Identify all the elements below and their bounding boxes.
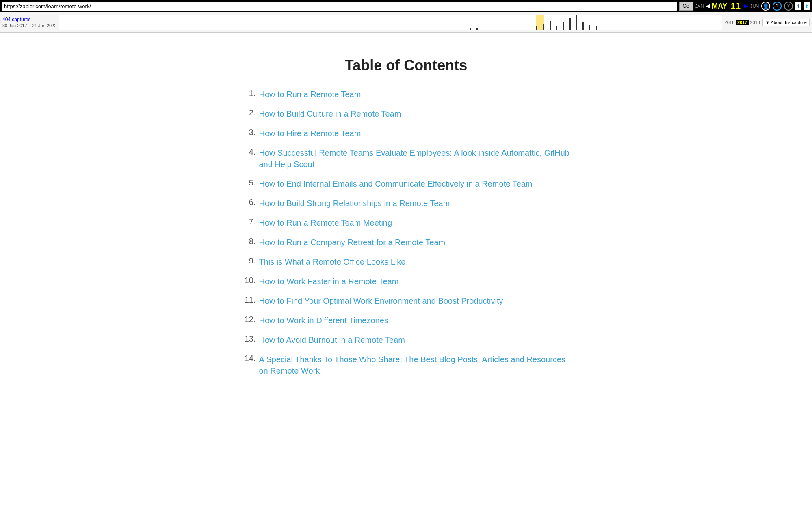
toc-item: 4.How Successful Remote Teams Evaluate E… <box>240 147 573 170</box>
user-icon[interactable]: 👤 <box>761 2 770 11</box>
timeline-bar-2 <box>543 24 544 30</box>
next-year: 2018 <box>750 20 760 25</box>
toc-item: 13.How to Avoid Burnout in a Remote Team <box>240 334 573 346</box>
prev-month-arrow[interactable]: ◄ <box>704 2 711 10</box>
toc-item-number: 6. <box>240 198 256 207</box>
toc-item: 3.How to Hire a Remote Team <box>240 128 573 139</box>
year-labels: 2016 2017 2018 <box>725 20 760 25</box>
toc-item-link[interactable]: How to Avoid Burnout in a Remote Team <box>259 334 405 346</box>
toc-item: 5.How to End Internal Emails and Communi… <box>240 178 573 189</box>
timeline-bar-10 <box>596 26 597 30</box>
close-icon[interactable]: ✕ <box>784 2 793 11</box>
toc-item-number: 11. <box>240 295 256 305</box>
toc-item-number: 5. <box>240 178 256 187</box>
timeline-bar-9 <box>589 25 590 30</box>
toc-item-number: 13. <box>240 334 256 344</box>
toc-item-link[interactable]: This is What a Remote Office Looks Like <box>259 256 406 268</box>
timeline-bar-8 <box>582 22 584 30</box>
toc-item-link[interactable]: How Successful Remote Teams Evaluate Emp… <box>259 147 573 170</box>
captures-link[interactable]: 404 captures <box>2 17 56 22</box>
toc-item-link[interactable]: How to Work Faster in a Remote Team <box>259 276 399 287</box>
main-content: Table of Contents 1.How to Run a Remote … <box>223 57 589 377</box>
toc-item: 9.This is What a Remote Office Looks Lik… <box>240 256 573 268</box>
toc-item: 7.How to Run a Remote Team Meeting <box>240 217 573 229</box>
toc-item: 1.How to Run a Remote Team <box>240 89 573 100</box>
toc-item-number: 7. <box>240 217 256 226</box>
page-title: Table of Contents <box>240 57 573 74</box>
timeline <box>59 15 722 30</box>
url-input[interactable] <box>2 2 677 11</box>
timeline-bar-11 <box>470 28 471 30</box>
toc-item-link[interactable]: How to Build Culture in a Remote Team <box>259 108 401 120</box>
toc-item-link[interactable]: How to Find Your Optimal Work Environmen… <box>259 295 503 307</box>
toc-item: 8.How to Run a Company Retreat for a Rem… <box>240 237 573 248</box>
current-month-label: MAY <box>712 2 727 11</box>
toc-item-number: 14. <box>240 354 256 363</box>
facebook-icon[interactable]: f <box>795 2 801 10</box>
toc-item: 14.A Special Thanks To Those Who Share: … <box>240 354 573 377</box>
go-button[interactable]: Go <box>679 2 693 11</box>
next-month-arrow[interactable]: ► <box>743 2 749 10</box>
toc-item: 10.How to Work Faster in a Remote Team <box>240 276 573 287</box>
toc-item-number: 3. <box>240 128 256 137</box>
current-day: 11 <box>731 2 741 11</box>
toc-item-number: 1. <box>240 89 256 98</box>
toc-item-link[interactable]: How to Run a Company Retreat for a Remot… <box>259 237 446 248</box>
toc-item-number: 8. <box>240 237 256 246</box>
toc-item-link[interactable]: How to Work in Different Timezones <box>259 315 388 326</box>
month-nav: JAN ◄ MAY 11 ► JUN <box>695 2 759 11</box>
next-month-label: JUN <box>750 4 759 9</box>
current-year: 2017 <box>736 20 748 25</box>
timeline-bar-5 <box>563 22 564 30</box>
toc-item-link[interactable]: How to End Internal Emails and Communica… <box>259 178 533 189</box>
wayback-calendar-bar: 404 captures 30 Jan 2017 – 21 Jun 2022 2… <box>0 12 812 33</box>
toc-item: 11.How to Find Your Optimal Work Environ… <box>240 295 573 307</box>
timeline-bar-12 <box>476 28 478 30</box>
twitter-icon[interactable]: t <box>804 2 810 10</box>
toc-item-link[interactable]: How to Hire a Remote Team <box>259 128 361 139</box>
toc-item-link[interactable]: How to Run a Remote Team Meeting <box>259 217 392 229</box>
toc-item-link[interactable]: How to Build Strong Relationships in a R… <box>259 198 450 209</box>
toc-item-number: 9. <box>240 256 256 266</box>
toc-item-number: 10. <box>240 276 256 285</box>
date-range: 30 Jan 2017 – 21 Jun 2022 <box>2 23 56 28</box>
toc-item-link[interactable]: A Special Thanks To Those Who Share: The… <box>259 354 573 377</box>
prev-month-label: JAN <box>695 4 704 9</box>
about-capture-button[interactable]: ▼ About this capture <box>762 19 810 26</box>
toc-item: 12.How to Work in Different Timezones <box>240 315 573 326</box>
help-icon[interactable]: ? <box>773 2 782 11</box>
toc-item: 6.How to Build Strong Relationships in a… <box>240 198 573 209</box>
timeline-bar-3 <box>550 21 551 30</box>
toc-list: 1.How to Run a Remote Team2.How to Build… <box>240 89 573 377</box>
prev-year: 2016 <box>725 20 734 25</box>
toc-item-number: 2. <box>240 108 256 118</box>
timeline-bar-1 <box>536 26 537 30</box>
wayback-toolbar: Go JAN ◄ MAY 11 ► JUN 👤 ? ✕ f t <box>0 0 812 12</box>
timeline-bar-6 <box>569 18 571 30</box>
timeline-bar-4 <box>556 26 557 30</box>
toc-item-number: 12. <box>240 315 256 324</box>
toc-item: 2.How to Build Culture in a Remote Team <box>240 108 573 120</box>
toc-item-link[interactable]: How to Run a Remote Team <box>259 89 361 100</box>
toc-item-number: 4. <box>240 147 256 157</box>
timeline-bar-7 <box>576 15 577 30</box>
